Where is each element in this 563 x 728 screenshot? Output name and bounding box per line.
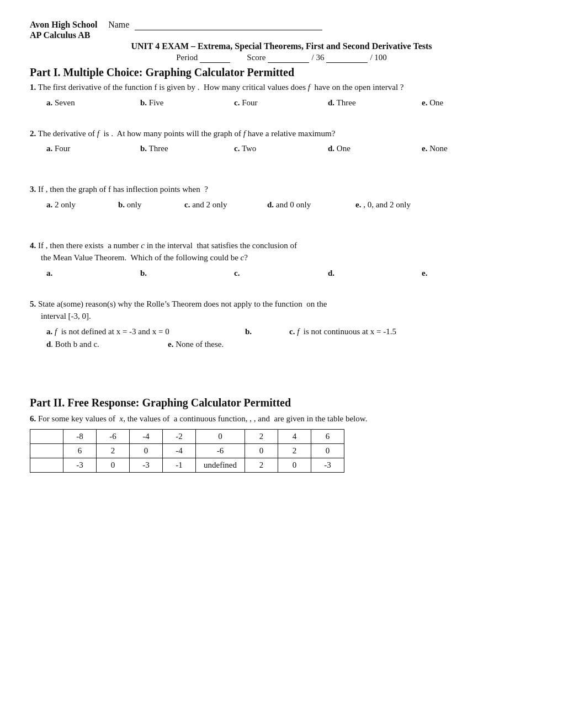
table-cell: -4 — [163, 444, 196, 458]
q3-choice-d: d. and 0 only — [267, 200, 355, 210]
table-cell: -3 — [130, 458, 163, 473]
table-cell: 0 — [245, 444, 278, 458]
q2-choice-a: a. Four — [46, 144, 140, 153]
q6-text: 6. For some key values of x, the values … — [30, 413, 533, 425]
q2-choice-b: b. Three — [140, 144, 234, 153]
q5-choice-c: c. f is not continuous at x = -1.5 — [289, 327, 396, 336]
q3-choice-c: c. and 2 only — [184, 200, 267, 210]
table-cell: -6 — [97, 430, 130, 444]
q5-choice-b: b. — [245, 327, 267, 336]
table-cell: 6 — [311, 430, 344, 444]
q4-choice-e: e. — [422, 269, 516, 278]
q1-choices: a. Seven b. Five c. Four d. Three e. One — [46, 98, 533, 108]
table-cell: -2 — [163, 430, 196, 444]
q5-choices: a. f is not defined at x = -3 and x = 0 … — [46, 327, 533, 349]
q4-text: 4. If , then there exists a number c in … — [30, 239, 533, 264]
q2-choice-e: e. None — [422, 144, 516, 153]
q5-text: 5. State a(some) reason(s) why the Rolle… — [30, 298, 533, 323]
table-cell: -8 — [63, 430, 97, 444]
table-cell: -1 — [163, 458, 196, 473]
table-cell: -6 — [196, 444, 245, 458]
table-cell: 0 — [196, 430, 245, 444]
q1-choice-b: b. Five — [140, 98, 234, 108]
table-row: -3 0 -3 -1 undefined 2 0 -3 — [30, 458, 344, 473]
part2-title: Part II. Free Response: Graphing Calcula… — [30, 397, 533, 409]
q5-choice-e: e. None of these. — [168, 340, 224, 349]
part1-title: Part I. Multiple Choice: Graphing Calcul… — [30, 66, 533, 79]
question-5: 5. State a(some) reason(s) why the Rolle… — [30, 298, 533, 349]
table-cell: 4 — [278, 430, 311, 444]
name-label: Name — [99, 20, 322, 29]
table-cell: 0 — [311, 444, 344, 458]
course-name: AP Calculus AB — [30, 30, 533, 40]
question-2: 2. The derivative of f is . At how many … — [30, 127, 533, 154]
q2-text: 2. The derivative of f is . At how many … — [30, 127, 533, 140]
q1-choice-d: d. Three — [328, 98, 422, 108]
header: Avon High School Name AP Calculus AB UNI… — [30, 20, 533, 63]
table-cell: -3 — [311, 458, 344, 473]
question-6: 6. For some key values of x, the values … — [30, 413, 533, 473]
table-cell: 2 — [245, 458, 278, 473]
q5-choice-a: a. f is not defined at x = -3 and x = 0 — [46, 327, 223, 336]
table-cell — [30, 458, 63, 473]
table-cell: -4 — [130, 430, 163, 444]
table-cell: 0 — [130, 444, 163, 458]
period-score-line: Period Score / 36 / 100 — [30, 53, 533, 63]
question-3: 3. If , then the graph of f has inflecti… — [30, 183, 533, 210]
q4-choice-b: b. — [140, 269, 234, 278]
q4-choice-c: c. — [234, 269, 328, 278]
table-row: 6 2 0 -4 -6 0 2 0 — [30, 444, 344, 458]
exam-title: UNIT 4 EXAM – Extrema, Special Theorems,… — [30, 41, 533, 51]
q1-choice-a: a. Seven — [46, 98, 140, 108]
table-cell: 0 — [97, 458, 130, 473]
q1-choice-c: c. Four — [234, 98, 328, 108]
table-cell: 2 — [278, 444, 311, 458]
q3-choice-a: a. 2 only — [46, 200, 118, 210]
table-cell: 2 — [97, 444, 130, 458]
q5-choice-d: d. Both b and c. — [46, 340, 146, 349]
table-header-row: -8 -6 -4 -2 0 2 4 6 — [30, 430, 344, 444]
q1-choice-e: e. One — [422, 98, 516, 108]
q2-choice-c: c. Two — [234, 144, 328, 153]
q4-choice-d: d. — [328, 269, 422, 278]
q1-text: 1. The first derivative of the function … — [30, 81, 533, 94]
question-1: 1. The first derivative of the function … — [30, 81, 533, 108]
table-cell: 6 — [63, 444, 97, 458]
table-cell: 0 — [278, 458, 311, 473]
q4-choices: a. b. c. d. e. — [46, 269, 533, 278]
q2-choice-d: d. One — [328, 144, 422, 153]
q3-choices: a. 2 only b. only c. and 2 only d. and 0… — [46, 200, 533, 210]
table-cell — [30, 444, 63, 458]
q3-text: 3. If , then the graph of f has inflecti… — [30, 183, 533, 196]
table-cell: undefined — [196, 458, 245, 473]
q2-choices: a. Four b. Three c. Two d. One e. None — [46, 144, 533, 153]
question-4: 4. If , then there exists a number c in … — [30, 239, 533, 278]
q4-choice-a: a. — [46, 269, 140, 278]
q3-choice-e: e. , 0, and 2 only — [355, 200, 455, 210]
table-cell: -3 — [63, 458, 97, 473]
table-cell: 2 — [245, 430, 278, 444]
q3-choice-b: b. only — [118, 200, 184, 210]
q6-table: -8 -6 -4 -2 0 2 4 6 6 2 0 -4 -6 0 2 0 — [30, 429, 344, 473]
table-cell — [30, 430, 63, 444]
school-name: Avon High School — [30, 20, 97, 29]
